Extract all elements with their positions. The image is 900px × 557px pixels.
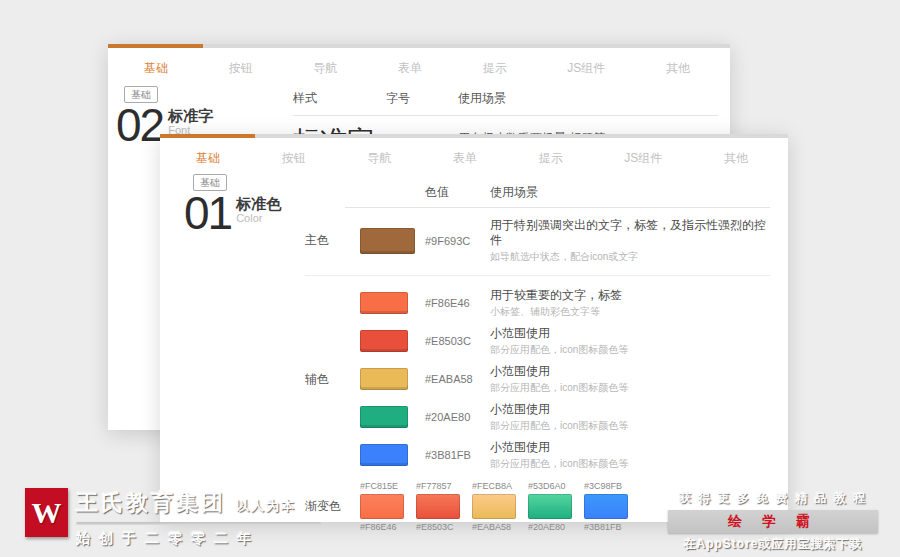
secondary-color-swatch	[360, 368, 408, 390]
secondary-hex: #F86E46	[425, 297, 490, 309]
secondary-hex: #3B81FB	[425, 449, 490, 461]
founded-year-text: 始创于二零零二年	[76, 530, 321, 548]
secondary-desc-sub: 小标签、辅助彩色文字等	[490, 305, 770, 318]
secondary-hex: #EABA58	[425, 373, 490, 385]
primary-desc: 用于特别强调突出的文字，标签，及指示性强烈的控件	[490, 218, 770, 248]
secondary-hex: #E8503C	[425, 335, 490, 347]
gradient-swatch	[584, 494, 628, 519]
tab-nav[interactable]: 导航	[367, 150, 391, 167]
gradient-bottom-hex: #EABA58	[472, 521, 516, 533]
col-header-size: 字号	[386, 90, 458, 107]
secondary-desc-sub: 部分应用配色，icon图标颜色等	[490, 343, 770, 356]
tab-js-components[interactable]: JS组件	[567, 60, 605, 77]
color-table: 色值 使用场景 主色 #9F693C 用于特别强调突出的文字，标签，及指示性强烈…	[305, 184, 770, 533]
gradient-top-hex: #53D6A0	[528, 480, 572, 492]
gradient-column: #F77857 #E8503C	[416, 480, 460, 533]
gradient-column: #FC815E #F86E46	[360, 480, 404, 533]
primary-label: 主色	[305, 232, 360, 249]
secondary-color-row: #20AE80 小范围使用 部分应用配色，icon图标颜色等	[305, 402, 770, 432]
col-header-usage: 使用场景	[458, 90, 718, 107]
gradient-top-hex: #FC815E	[360, 480, 404, 492]
color-spec-card: 基础 按钮 导航 表单 提示 JS组件 其他 基础 01 标准色 Color 色…	[160, 134, 788, 522]
secondary-color-swatch	[360, 330, 408, 352]
section-title: 标准字	[168, 108, 213, 124]
col-header-style: 样式	[293, 90, 386, 107]
tab-basic[interactable]: 基础	[144, 60, 168, 77]
secondary-color-swatch	[360, 444, 408, 466]
tab-tips[interactable]: 提示	[539, 150, 563, 167]
wangshi-logo-icon: W	[25, 488, 68, 537]
secondary-color-row: 辅色 #F86E46 用于较重要的文字，标签 小标签、辅助彩色文字等	[305, 288, 770, 318]
card-top-border	[160, 134, 788, 138]
section-title: 标准色	[236, 196, 281, 212]
gradient-bottom-hex: #3B81FB	[584, 521, 628, 533]
primary-color-swatch	[360, 228, 415, 254]
watermark-divider	[76, 522, 321, 525]
gradient-column: #53D6A0 #20AE80	[528, 480, 572, 533]
secondary-color-swatch	[360, 406, 408, 428]
secondary-hex: #20AE80	[425, 411, 490, 423]
secondary-desc: 用于较重要的文字，标签	[490, 288, 770, 303]
gradient-swatch	[472, 494, 516, 519]
download-hint: 在AppStore或应用宝搜索下载	[668, 536, 878, 553]
gradient-swatch	[416, 494, 460, 519]
brand-name: 绘 学 霸	[728, 513, 818, 529]
col-header-usage: 使用场景	[490, 184, 770, 201]
col-header-value: 色值	[425, 184, 490, 201]
secondary-desc-sub: 部分应用配色，icon图标颜色等	[490, 381, 770, 394]
tab-js-components[interactable]: JS组件	[624, 150, 662, 167]
secondary-label: 辅色	[305, 371, 360, 388]
gradient-column: #3C98FB #3B81FB	[584, 480, 628, 533]
logo-letter: W	[32, 496, 62, 530]
tab-form[interactable]: 表单	[453, 150, 477, 167]
gradient-bottom-hex: #F86E46	[360, 521, 404, 533]
top-border-rest	[255, 134, 788, 138]
secondary-desc: 小范围使用	[490, 440, 770, 455]
company-slogan: 以人为本	[236, 497, 296, 515]
top-border-rest	[203, 44, 730, 48]
primary-desc-sub: 如导航选中状态，配合icon或文字	[490, 250, 770, 263]
gradient-bottom-hex: #20AE80	[528, 521, 572, 533]
gradient-column: #FECB8A #EABA58	[472, 480, 516, 533]
color-card-tab-bar: 基础 按钮 导航 表单 提示 JS组件 其他	[160, 138, 788, 167]
card-top-border	[108, 44, 730, 48]
company-name: 王氏教育集团	[76, 488, 226, 518]
gradient-top-hex: #FECB8A	[472, 480, 516, 492]
top-border-accent-segment	[108, 44, 203, 48]
font-card-tab-bar: 基础 按钮 导航 表单 提示 JS组件 其他	[108, 48, 730, 77]
secondary-color-block: 辅色 #F86E46 用于较重要的文字，标签 小标签、辅助彩色文字等 #E850…	[305, 288, 770, 470]
tab-form[interactable]: 表单	[398, 60, 422, 77]
secondary-desc: 小范围使用	[490, 326, 770, 341]
primary-color-row: 主色 #9F693C 用于特别强调突出的文字，标签，及指示性强烈的控件 如导航选…	[305, 218, 770, 276]
section-subtitle: Color	[236, 212, 281, 225]
tab-basic[interactable]: 基础	[196, 150, 220, 167]
tab-button[interactable]: 按钮	[229, 60, 253, 77]
tab-nav[interactable]: 导航	[313, 60, 337, 77]
tab-button[interactable]: 按钮	[282, 150, 306, 167]
secondary-desc: 小范围使用	[490, 402, 770, 417]
watermark-right: 获 得 更 多 免 费 精 品 教 程 绘 学 霸 在AppStore或应用宝搜…	[668, 490, 878, 553]
gradient-swatch	[360, 494, 404, 519]
secondary-desc: 小范围使用	[490, 364, 770, 379]
gradient-top-hex: #F77857	[416, 480, 460, 492]
primary-hex: #9F693C	[425, 235, 490, 247]
secondary-color-swatch	[360, 292, 408, 314]
top-border-accent-segment	[160, 134, 255, 138]
tab-other[interactable]: 其他	[724, 150, 748, 167]
gradient-top-hex: #3C98FB	[584, 480, 628, 492]
gradient-bottom-hex: #E8503C	[416, 521, 460, 533]
tab-tips[interactable]: 提示	[483, 60, 507, 77]
secondary-color-row: #EABA58 小范围使用 部分应用配色，icon图标颜色等	[305, 364, 770, 394]
gradient-swatch	[528, 494, 572, 519]
secondary-color-row: #3B81FB 小范围使用 部分应用配色，icon图标颜色等	[305, 440, 770, 470]
section-number: 02	[116, 102, 163, 148]
brand-bar: 绘 学 霸	[668, 510, 878, 533]
watermark-left: W 王氏教育集团 以人为本 始创于二零零二年	[25, 488, 321, 548]
tab-other[interactable]: 其他	[666, 60, 690, 77]
secondary-color-row: #E8503C 小范围使用 部分应用配色，icon图标颜色等	[305, 326, 770, 356]
secondary-desc-sub: 部分应用配色，icon图标颜色等	[490, 457, 770, 470]
secondary-desc-sub: 部分应用配色，icon图标颜色等	[490, 419, 770, 432]
promo-line: 获 得 更 多 免 费 精 品 教 程	[668, 490, 878, 507]
section-number: 01	[184, 190, 231, 236]
